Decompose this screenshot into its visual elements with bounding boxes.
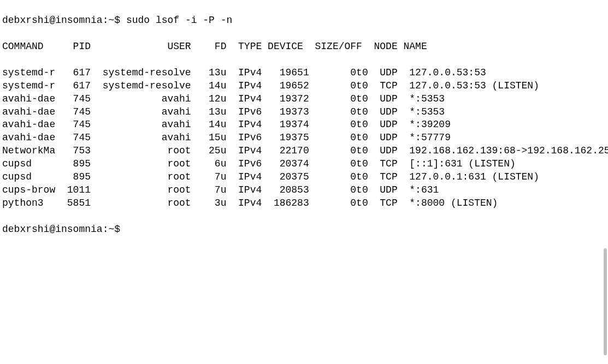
lsof-header: COMMAND PID USER FD TYPE DEVICE SIZE/OFF… (2, 40, 606, 53)
lsof-rows: systemd-r 617 systemd-resolve 13u IPv4 1… (2, 67, 606, 210)
prompt-path: ~ (108, 224, 114, 235)
prompt-path: ~ (108, 15, 114, 26)
prompt-line-1: debxrshi@insomnia:~$ sudo lsof -i -P -n (2, 14, 606, 27)
terminal-output[interactable]: debxrshi@insomnia:~$ sudo lsof -i -P -n … (2, 1, 606, 249)
scrollbar-thumb[interactable] (604, 248, 607, 355)
command-text: sudo lsof -i -P -n (126, 15, 232, 26)
prompt-userhost: debxrshi@insomnia (2, 224, 103, 235)
prompt-symbol: $ (114, 15, 120, 26)
prompt-line-2: debxrshi@insomnia:~$ (2, 223, 606, 236)
prompt-userhost: debxrshi@insomnia (2, 15, 103, 26)
prompt-symbol: $ (114, 224, 120, 235)
